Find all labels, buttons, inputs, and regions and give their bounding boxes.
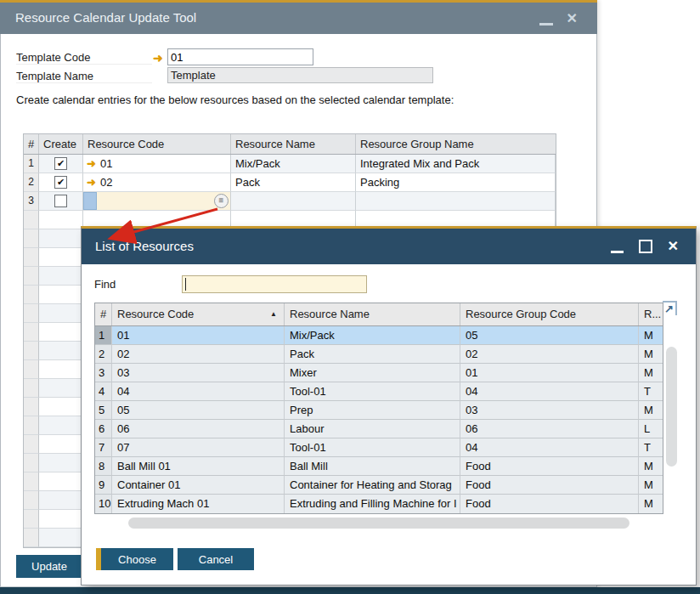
resource-name-cell[interactable]: Ball Mill <box>285 457 460 476</box>
list-row[interactable]: 101Mix/Pack05M <box>95 326 663 345</box>
resource-group-code-cell[interactable]: 01 <box>460 364 639 382</box>
create-cell[interactable] <box>39 435 83 454</box>
expand-table-icon[interactable]: ↗ <box>663 301 677 315</box>
main-window-titlebar[interactable]: Resource Calendar Update Tool <box>0 0 597 34</box>
column-header-num[interactable]: # <box>24 134 39 154</box>
minimize-icon[interactable] <box>611 251 624 253</box>
resource-name-cell[interactable]: Tool-01 <box>285 382 460 401</box>
table-row[interactable]: 3≡ <box>24 192 556 211</box>
cancel-button[interactable]: Cancel <box>178 548 254 570</box>
row-number[interactable]: 3 <box>95 364 112 382</box>
row-number[interactable]: 7 <box>95 438 112 457</box>
template-code-input[interactable] <box>167 48 313 65</box>
column-header-resource-name[interactable]: Resource Name <box>285 303 460 325</box>
resource-code-cell[interactable]: 01 <box>112 326 285 345</box>
create-cell[interactable] <box>39 491 83 510</box>
create-checkbox[interactable]: ✔ <box>54 176 67 189</box>
resource-type-cell[interactable]: M <box>639 495 663 513</box>
list-row[interactable]: 10Extruding Mach 01Extruding and Filling… <box>95 495 663 513</box>
row-number[interactable]: 4 <box>95 382 112 401</box>
vertical-scrollbar-thumb[interactable] <box>666 347 677 467</box>
choose-button[interactable]: Choose <box>101 548 173 570</box>
resource-name-cell[interactable]: Extruding and Filling Machine for I <box>285 495 460 513</box>
resource-type-cell[interactable]: M <box>639 364 663 382</box>
resource-group-code-cell[interactable]: Food <box>460 495 639 513</box>
row-number[interactable]: 2 <box>95 345 112 364</box>
column-header-resource-name[interactable]: Resource Name <box>231 134 356 154</box>
close-icon[interactable]: ✕ <box>668 240 679 253</box>
create-cell[interactable] <box>39 267 83 286</box>
dialog-titlebar[interactable]: List of Resources <box>82 229 696 264</box>
create-cell[interactable] <box>39 510 83 529</box>
resource-group-cell[interactable] <box>356 192 556 211</box>
resource-code-input[interactable]: ≡ <box>97 192 230 210</box>
resource-name-cell[interactable]: Mixer <box>285 364 460 382</box>
create-cell[interactable]: ✔ <box>39 155 83 173</box>
resource-group-code-cell[interactable]: 05 <box>460 326 639 345</box>
resource-group-code-cell[interactable]: Food <box>460 476 639 495</box>
row-number[interactable]: 5 <box>95 401 112 420</box>
column-header-r-truncated[interactable]: R... <box>639 303 663 325</box>
resource-name-cell[interactable]: Container for Heating and Storag <box>285 476 460 495</box>
resource-group-code-cell[interactable]: Food <box>460 457 639 476</box>
resource-code-cell[interactable]: ➜01 <box>83 155 231 173</box>
resource-name-cell[interactable]: Mix/Pack <box>231 155 356 173</box>
row-number[interactable]: 10 <box>95 495 112 513</box>
list-row[interactable]: 606Labour06L <box>95 420 663 438</box>
resource-code-cell[interactable]: ➜02 <box>83 173 231 192</box>
create-cell[interactable] <box>39 454 83 472</box>
resource-code-cell[interactable]: Ball Mill 01 <box>112 457 285 476</box>
resource-type-cell[interactable]: M <box>639 345 663 364</box>
table-row[interactable]: 1✔➜01Mix/PackIntegrated Mix and Pack <box>24 155 556 173</box>
list-row[interactable]: 505Prep03M <box>95 401 663 420</box>
resource-code-cell[interactable]: 03 <box>112 364 285 382</box>
column-header-resource-group-code[interactable]: Resource Group Code <box>460 303 639 325</box>
resource-type-cell[interactable]: T <box>639 438 663 457</box>
column-header-resource-group-name[interactable]: Resource Group Name <box>356 134 556 154</box>
horizontal-scrollbar-thumb[interactable] <box>128 518 629 529</box>
resource-group-code-cell[interactable]: 04 <box>460 382 639 401</box>
choose-from-list-icon[interactable]: ≡ <box>214 194 229 208</box>
link-arrow-icon[interactable]: ➜ <box>153 52 163 64</box>
create-cell[interactable] <box>39 416 83 435</box>
create-cell[interactable] <box>39 211 83 229</box>
resource-name-cell[interactable] <box>231 192 356 211</box>
resource-group-code-cell[interactable]: 03 <box>460 401 639 420</box>
row-number[interactable]: 9 <box>95 476 112 495</box>
create-cell[interactable] <box>39 286 83 304</box>
resource-name-cell[interactable]: Mix/Pack <box>285 326 460 345</box>
create-cell[interactable] <box>39 342 83 360</box>
create-cell[interactable] <box>39 304 83 323</box>
create-cell[interactable] <box>39 472 83 491</box>
resource-type-cell[interactable]: M <box>639 457 663 476</box>
resource-group-cell[interactable]: Packing <box>356 173 556 192</box>
create-cell[interactable] <box>39 323 83 342</box>
resource-name-cell[interactable]: Pack <box>285 345 460 364</box>
resource-code-cell[interactable]: Extruding Mach 01 <box>112 495 285 513</box>
list-row[interactable]: 303Mixer01M <box>95 364 663 382</box>
close-icon[interactable]: ✕ <box>567 12 578 25</box>
resource-code-cell[interactable]: 04 <box>112 382 285 401</box>
create-cell[interactable] <box>39 360 83 379</box>
column-header-resource-code[interactable]: Resource Code ▲ <box>112 303 285 325</box>
column-header-create[interactable]: Create <box>39 134 83 154</box>
create-cell[interactable]: ✔ <box>39 173 83 192</box>
update-button[interactable]: Update <box>16 555 82 578</box>
create-cell[interactable] <box>39 192 83 211</box>
resource-name-cell[interactable]: Labour <box>285 420 460 438</box>
resource-code-cell[interactable]: 02 <box>112 345 285 364</box>
resource-group-code-cell[interactable]: 06 <box>460 420 639 438</box>
resource-type-cell[interactable]: M <box>639 401 663 420</box>
list-row[interactable]: 9Container 01Container for Heating and S… <box>95 476 663 495</box>
create-cell[interactable] <box>39 248 83 267</box>
create-cell[interactable] <box>39 398 83 416</box>
resource-name-cell[interactable]: Prep <box>285 401 460 420</box>
link-arrow-icon[interactable]: ➜ <box>87 155 96 173</box>
create-checkbox[interactable] <box>54 195 67 207</box>
resource-name-cell[interactable]: Tool-01 <box>285 438 460 457</box>
resource-code-cell[interactable]: 06 <box>112 420 285 438</box>
resource-type-cell[interactable]: L <box>639 420 663 438</box>
minimize-icon[interactable] <box>539 23 553 25</box>
maximize-icon[interactable] <box>639 240 652 253</box>
column-header-resource-code[interactable]: Resource Code <box>83 134 231 154</box>
